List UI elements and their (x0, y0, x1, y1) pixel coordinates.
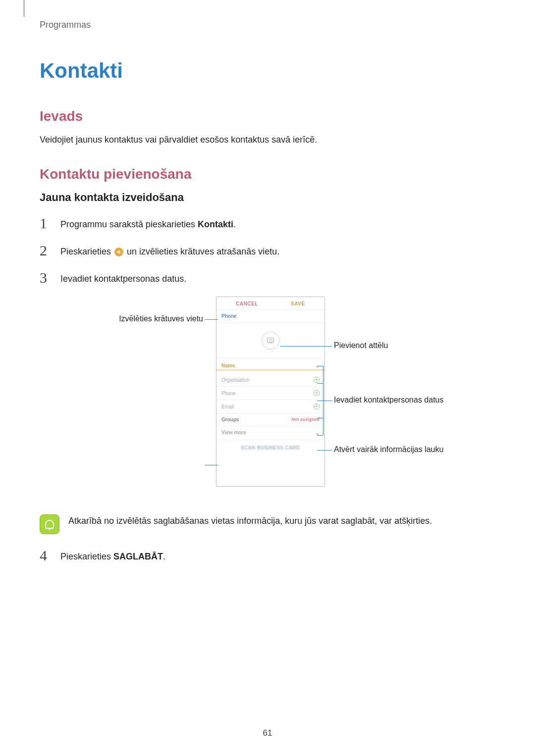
callout-line (317, 435, 323, 436)
note-icon (40, 514, 59, 534)
step-4-body: Pieskarieties SAGLABĀT. (60, 547, 165, 563)
step-2: 2 Pieskarieties + un izvēlieties krātuve… (40, 242, 495, 258)
callout-line (323, 401, 332, 401)
callout-line (205, 319, 218, 320)
step-1-prefix: Programmu sarakstā pieskarieties (60, 219, 198, 229)
callout-line (317, 418, 323, 418)
note-text: Atkarībā no izvēlētās saglabāšanas vieta… (68, 514, 432, 528)
groups-label: Groups (221, 417, 239, 422)
phone-mock: CANCEL SAVE Phone Name ⌄ Organisation + … (216, 297, 325, 487)
callout-line (205, 465, 218, 465)
organisation-field[interactable]: Organisation + (216, 373, 324, 387)
email-field[interactable]: Email + (216, 400, 324, 413)
breadcrumb: Programmas (40, 20, 495, 30)
note-box: Atkarībā no izvēlētās saglabāšanas vieta… (40, 514, 495, 534)
add-organisation-icon[interactable]: + (314, 377, 320, 383)
view-more-row[interactable]: View more ⌄ (216, 426, 324, 440)
add-phone-icon[interactable]: + (314, 390, 320, 396)
page-title: Kontakti (40, 59, 495, 83)
phone-label: Phone (221, 391, 236, 396)
cancel-button[interactable]: CANCEL (236, 301, 258, 306)
callout-enter-data: Ievadiet kontaktpersonas datus (334, 396, 443, 404)
groups-row[interactable]: Groups Not assigned (216, 413, 324, 426)
step-2-number: 2 (40, 242, 55, 258)
intro-body: Veidojiet jaunus kontaktus vai pārvaldie… (40, 133, 495, 147)
callout-add-image: Pievienot attēlu (334, 341, 388, 350)
step-4-prefix: Pieskarieties (60, 552, 113, 561)
step-4: 4 Pieskarieties SAGLABĀT. (40, 547, 495, 563)
name-label: Name (221, 363, 235, 368)
save-button[interactable]: SAVE (291, 301, 305, 306)
email-label: Email (221, 404, 234, 409)
camera-icon (267, 338, 274, 343)
add-subheading: Jauna kontakta izveidošana (40, 191, 495, 204)
callout-line (317, 401, 323, 401)
avatar-area (216, 323, 324, 358)
page-number: 61 (0, 728, 535, 738)
step-3-body: Ievadiet kontaktpersonas datus. (60, 269, 186, 286)
phone-field[interactable]: Phone + (216, 387, 324, 400)
scan-card-button[interactable]: SCAN BUSINESS CARD (216, 440, 324, 455)
callout-line (317, 383, 323, 384)
step-1-body: Programmu sarakstā pieskarieties Kontakt… (60, 215, 236, 231)
step-1-suffix: . (233, 219, 236, 229)
margin-rule (24, 0, 24, 17)
plus-icon: + (114, 248, 123, 256)
name-field[interactable]: Name ⌄ (216, 358, 324, 370)
groups-value: Not assigned (291, 417, 320, 422)
add-heading: Kontaktu pievienošana (40, 166, 495, 182)
callout-more-fields: Atvērt vairāk informācijas lauku (334, 445, 443, 454)
storage-row[interactable]: Phone (216, 310, 324, 323)
view-more-label: View more (221, 430, 246, 436)
step-1: 1 Programmu sarakstā pieskarieties Konta… (40, 215, 495, 231)
step-3: 3 Ievadiet kontaktpersonas datus. (40, 269, 495, 286)
callout-storage: Izvēlēties krātuves vietu (79, 314, 203, 323)
step-2-body: Pieskarieties + un izvēlieties krātuves … (60, 242, 279, 258)
step-1-bold: Kontakti (198, 219, 233, 229)
callout-line (317, 366, 323, 366)
add-email-icon[interactable]: + (314, 403, 320, 409)
step-4-bold: SAGLABĀT (113, 552, 163, 561)
step-3-number: 3 (40, 269, 55, 286)
step-4-suffix: . (163, 552, 165, 561)
contact-form-diagram: CANCEL SAVE Phone Name ⌄ Organisation + … (40, 297, 495, 500)
storage-label: Phone (221, 313, 237, 319)
organisation-label: Organisation (221, 377, 250, 383)
step-1-number: 1 (40, 215, 55, 231)
callout-line (317, 450, 332, 451)
callout-line (280, 346, 332, 347)
phone-top-bar: CANCEL SAVE (216, 297, 324, 310)
step-2-prefix: Pieskarieties (60, 247, 113, 256)
step-2-suffix: un izvēlieties krātuves atrašanās vietu. (124, 247, 279, 256)
add-photo-button[interactable] (262, 332, 279, 350)
intro-heading: Ievads (40, 108, 495, 124)
callout-line (323, 366, 323, 435)
step-4-number: 4 (40, 547, 55, 563)
bell-icon (45, 520, 54, 529)
